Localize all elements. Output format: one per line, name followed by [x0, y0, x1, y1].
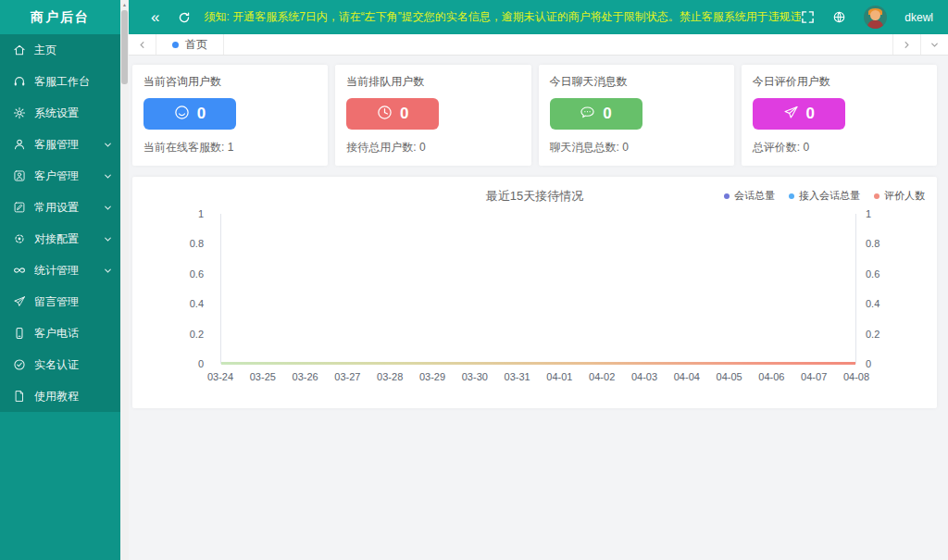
- y-axis-left: 00.20.40.60.81: [132, 214, 212, 364]
- cog-icon: [13, 232, 26, 245]
- stats-icon: [13, 264, 26, 277]
- tabs-menu-button[interactable]: [920, 34, 948, 55]
- tabbar: 首页: [129, 34, 948, 56]
- topbar: « 须知: 开通客服系统7日内，请在“左下角”提交您的实名信息，逾期未认证的商户…: [129, 0, 948, 34]
- stat-card-title: 今日评价用户数: [753, 74, 926, 90]
- legend-label: 会话总量: [734, 189, 775, 203]
- legend-dot: [874, 193, 879, 199]
- chevron-down-icon: [104, 235, 112, 243]
- avatar-face: [870, 10, 880, 20]
- fullscreen-icon[interactable]: [801, 10, 815, 24]
- stat-card-value: 0: [806, 105, 815, 123]
- stat-card-footer: 聊天消息总数: 0: [550, 140, 723, 156]
- stat-card-title: 今日聊天消息数: [550, 74, 723, 90]
- stat-card-footer-label: 总评价数:: [753, 141, 804, 154]
- x-tick-label: 03-24: [207, 371, 233, 382]
- chevron-down-icon: [104, 204, 112, 212]
- y-tick-label: 0.4: [190, 298, 204, 309]
- stat-card-footer-label: 聊天消息总数:: [550, 141, 623, 154]
- stat-card-button[interactable]: 0: [346, 98, 439, 130]
- y-tick-label: 0.8: [190, 238, 204, 249]
- settings-doc-icon: [13, 201, 26, 214]
- stat-cards-row: 当前咨询用户数 0 当前在线客服数: 1 当前排队用户数: [132, 65, 937, 166]
- tabs-scroll-right-button[interactable]: [892, 34, 920, 55]
- scrollbar-thumb[interactable]: [121, 10, 128, 84]
- sidebar-item-label: 客户管理: [34, 168, 79, 184]
- sidebar-collapse-button[interactable]: «: [151, 9, 159, 25]
- sidebar-item[interactable]: 统计管理: [0, 255, 120, 286]
- legend-dot: [724, 193, 730, 199]
- x-tick-label: 03-30: [462, 371, 488, 382]
- sidebar-item[interactable]: 实名认证: [0, 349, 120, 380]
- content: 当前咨询用户数 0 当前在线客服数: 1 当前排队用户数: [129, 56, 948, 560]
- sidebar-item[interactable]: 客户管理: [0, 160, 120, 192]
- sidebar-item-label: 主页: [34, 43, 56, 58]
- stat-card-title: 当前排队用户数: [346, 74, 519, 90]
- stat-card-button[interactable]: 0: [143, 98, 236, 130]
- chevron-down-icon: [104, 141, 112, 149]
- sidebar-item-label: 客服管理: [34, 137, 79, 153]
- sidebar-item[interactable]: 主页: [0, 34, 120, 66]
- x-tick-label: 03-25: [250, 371, 276, 382]
- x-tick-label: 03-26: [293, 371, 318, 382]
- sidebar-item[interactable]: 客服工作台: [0, 66, 120, 97]
- x-tick-label: 03-31: [505, 371, 530, 382]
- user-avatar[interactable]: [864, 6, 887, 29]
- x-tick-label: 04-04: [674, 371, 700, 382]
- x-axis: 03-2403-2503-2603-2703-2803-2903-3003-31…: [220, 371, 856, 384]
- stat-card-title: 当前咨询用户数: [143, 74, 317, 90]
- username[interactable]: dkewl: [904, 11, 933, 24]
- avatar-body: [867, 20, 883, 29]
- sidebar-item[interactable]: 使用教程: [0, 380, 120, 412]
- y-tick-label: 1: [198, 208, 204, 219]
- stat-card-footer-value: 0: [419, 141, 426, 154]
- sidebar-item[interactable]: 客户电话: [0, 317, 120, 349]
- legend-label: 评价人数: [884, 189, 925, 203]
- stat-card-footer-value: 0: [803, 141, 809, 154]
- active-tab-dot: [172, 42, 179, 48]
- user-icon: [13, 138, 26, 151]
- y-tick-label: 0.6: [866, 268, 879, 280]
- sidebar-item[interactable]: 对接配置: [0, 223, 120, 255]
- y-tick-label: 0.6: [190, 268, 204, 280]
- sidebar-item[interactable]: 常用设置: [0, 192, 120, 223]
- scrollbar-up-arrow[interactable]: ▲: [120, 2, 129, 7]
- sidebar-item[interactable]: 留言管理: [0, 286, 120, 317]
- legend-item[interactable]: 接入会话总量: [789, 189, 860, 203]
- stat-card-footer: 总评价数: 0: [753, 140, 926, 156]
- headset-icon: [13, 75, 26, 88]
- legend-item[interactable]: 评价人数: [874, 189, 925, 203]
- stat-card-footer-value: 0: [622, 141, 629, 154]
- stat-card-button[interactable]: 0: [753, 98, 845, 130]
- app-window: 商户后台 主页 客服工作台: [0, 0, 948, 560]
- x-tick-label: 04-06: [758, 371, 784, 382]
- chart-legend: 会话总量 接入会话总量 评价人数: [724, 189, 925, 203]
- x-tick-label: 03-29: [419, 371, 445, 382]
- topbar-right: dkewl: [801, 6, 933, 29]
- chart-panel: 最近15天接待情况 会话总量 接入会话总量: [132, 177, 937, 408]
- legend-item[interactable]: 会话总量: [724, 189, 775, 203]
- stat-card: 今日聊天消息数 0 聊天消息总数: 0: [539, 65, 734, 166]
- users-icon: [13, 169, 26, 182]
- gear-icon: [13, 106, 26, 119]
- refresh-icon[interactable]: [178, 11, 191, 24]
- x-tick-label: 04-01: [546, 371, 572, 382]
- tabbar-spacer: [224, 34, 892, 55]
- language-globe-icon[interactable]: [832, 10, 846, 24]
- tab-home[interactable]: 首页: [156, 34, 224, 55]
- stat-card-button[interactable]: 0: [550, 98, 642, 130]
- stat-card-footer-label: 当前在线客服数:: [143, 141, 228, 154]
- sidebar-menu: 主页 客服工作台 系统设置: [0, 34, 120, 412]
- sidebar-item-label: 客服工作台: [34, 74, 90, 90]
- verify-icon: [13, 358, 26, 371]
- chart-zero-line-series: [221, 362, 855, 365]
- vertical-scrollbar[interactable]: ▲: [120, 0, 129, 560]
- y-tick-label: 0: [198, 358, 204, 369]
- stat-card-footer-value: 1: [228, 141, 234, 154]
- sidebar-item[interactable]: 客服管理: [0, 129, 120, 160]
- tabs-scroll-left-button[interactable]: [129, 34, 156, 55]
- x-tick-label: 04-07: [801, 371, 827, 382]
- x-tick-label: 04-05: [717, 371, 742, 382]
- sidebar-item[interactable]: 系统设置: [0, 97, 120, 129]
- main-area: « 须知: 开通客服系统7日内，请在“左下角”提交您的实名信息，逾期未认证的商户…: [129, 0, 948, 560]
